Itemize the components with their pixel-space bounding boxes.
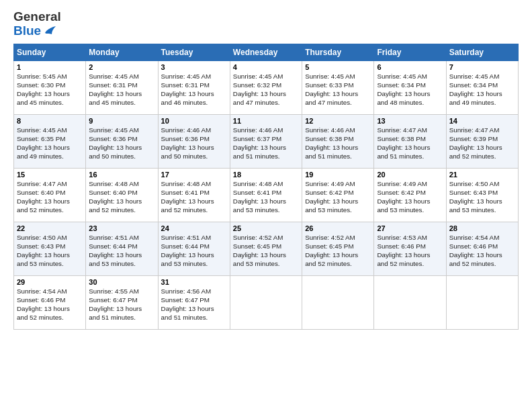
- day-info: Sunrise: 4:56 AMSunset: 6:47 PMDaylight:…: [161, 287, 214, 322]
- day-number: 21: [449, 171, 515, 179]
- day-info: Sunrise: 4:50 AMSunset: 6:43 PMDaylight:…: [17, 234, 70, 268]
- day-number: 27: [377, 224, 443, 232]
- day-number: 18: [233, 171, 299, 179]
- calendar-cell: 21 Sunrise: 4:50 AMSunset: 6:43 PMDaylig…: [446, 168, 518, 222]
- calendar-cell: 14 Sunrise: 4:47 AMSunset: 6:39 PMDaylig…: [446, 114, 518, 168]
- day-info: Sunrise: 4:45 AMSunset: 6:32 PMDaylight:…: [233, 73, 286, 107]
- logo: General Blue: [13, 10, 61, 38]
- day-number: 12: [305, 117, 371, 125]
- day-number: 22: [17, 224, 83, 232]
- day-number: 25: [233, 224, 299, 232]
- day-info: Sunrise: 4:49 AMSunset: 6:42 PMDaylight:…: [305, 180, 358, 214]
- day-number: 30: [89, 278, 154, 286]
- logo-blue: Blue: [13, 24, 41, 38]
- day-number: 31: [161, 278, 227, 286]
- day-info: Sunrise: 4:46 AMSunset: 6:36 PMDaylight:…: [161, 126, 214, 161]
- calendar-cell: 30 Sunrise: 4:55 AMSunset: 6:47 PMDaylig…: [86, 275, 158, 329]
- day-number: 4: [233, 63, 299, 71]
- calendar-cell: [302, 275, 374, 329]
- calendar-cell: 12 Sunrise: 4:46 AMSunset: 6:38 PMDaylig…: [302, 114, 374, 168]
- day-number: 15: [17, 171, 83, 179]
- logo-bird-icon: [42, 25, 57, 36]
- day-info: Sunrise: 4:54 AMSunset: 6:46 PMDaylight:…: [17, 287, 70, 322]
- calendar-cell: 10 Sunrise: 4:46 AMSunset: 6:36 PMDaylig…: [158, 114, 230, 168]
- day-header-saturday: Saturday: [446, 44, 518, 60]
- page: General Blue SundayMondayTuesdayWednesda…: [0, 0, 532, 411]
- day-info: Sunrise: 4:49 AMSunset: 6:42 PMDaylight:…: [377, 180, 430, 214]
- day-info: Sunrise: 4:46 AMSunset: 6:38 PMDaylight:…: [305, 126, 358, 161]
- calendar-cell: [446, 275, 518, 329]
- calendar-cell: 5 Sunrise: 4:45 AMSunset: 6:33 PMDayligh…: [302, 60, 374, 114]
- calendar-cell: 6 Sunrise: 4:45 AMSunset: 6:34 PMDayligh…: [374, 60, 446, 114]
- calendar-cell: 25 Sunrise: 4:52 AMSunset: 6:45 PMDaylig…: [230, 222, 302, 275]
- calendar-cell: 26 Sunrise: 4:52 AMSunset: 6:45 PMDaylig…: [302, 222, 374, 275]
- calendar-header-row: SundayMondayTuesdayWednesdayThursdayFrid…: [14, 44, 519, 60]
- day-number: 24: [161, 224, 227, 232]
- calendar-cell: 8 Sunrise: 4:45 AMSunset: 6:35 PMDayligh…: [14, 114, 86, 168]
- calendar-cell: 28 Sunrise: 4:54 AMSunset: 6:46 PMDaylig…: [446, 222, 518, 275]
- day-info: Sunrise: 4:50 AMSunset: 6:43 PMDaylight:…: [449, 180, 502, 214]
- calendar-table: SundayMondayTuesdayWednesdayThursdayFrid…: [13, 44, 519, 330]
- calendar-cell: 15 Sunrise: 4:47 AMSunset: 6:40 PMDaylig…: [14, 168, 86, 222]
- day-info: Sunrise: 4:55 AMSunset: 6:47 PMDaylight:…: [89, 287, 142, 322]
- day-info: Sunrise: 4:52 AMSunset: 6:45 PMDaylight:…: [233, 234, 286, 268]
- calendar-cell: 29 Sunrise: 4:54 AMSunset: 6:46 PMDaylig…: [14, 275, 86, 329]
- day-number: 2: [89, 63, 154, 71]
- day-info: Sunrise: 4:47 AMSunset: 6:39 PMDaylight:…: [449, 126, 502, 161]
- day-number: 23: [89, 224, 154, 232]
- day-header-tuesday: Tuesday: [158, 44, 230, 60]
- day-header-friday: Friday: [374, 44, 446, 60]
- day-info: Sunrise: 5:45 AMSunset: 6:30 PMDaylight:…: [17, 73, 70, 107]
- header: General Blue: [13, 10, 519, 38]
- day-info: Sunrise: 4:47 AMSunset: 6:38 PMDaylight:…: [377, 126, 430, 161]
- day-number: 20: [377, 171, 443, 179]
- day-info: Sunrise: 4:45 AMSunset: 6:34 PMDaylight:…: [449, 73, 502, 107]
- calendar-cell: 24 Sunrise: 4:51 AMSunset: 6:44 PMDaylig…: [158, 222, 230, 275]
- day-info: Sunrise: 4:51 AMSunset: 6:44 PMDaylight:…: [89, 234, 142, 268]
- day-info: Sunrise: 4:45 AMSunset: 6:31 PMDaylight:…: [161, 73, 214, 107]
- day-info: Sunrise: 4:46 AMSunset: 6:37 PMDaylight:…: [233, 126, 286, 161]
- calendar-cell: 19 Sunrise: 4:49 AMSunset: 6:42 PMDaylig…: [302, 168, 374, 222]
- logo-general: General: [13, 10, 61, 24]
- day-info: Sunrise: 4:54 AMSunset: 6:46 PMDaylight:…: [449, 234, 502, 268]
- day-number: 1: [17, 63, 83, 71]
- calendar-cell: 23 Sunrise: 4:51 AMSunset: 6:44 PMDaylig…: [86, 222, 158, 275]
- day-header-thursday: Thursday: [302, 44, 374, 60]
- day-header-wednesday: Wednesday: [230, 44, 302, 60]
- day-number: 6: [377, 63, 443, 71]
- day-info: Sunrise: 4:45 AMSunset: 6:36 PMDaylight:…: [89, 126, 142, 161]
- calendar-week-2: 8 Sunrise: 4:45 AMSunset: 6:35 PMDayligh…: [14, 114, 519, 168]
- day-number: 3: [161, 63, 227, 71]
- calendar-cell: [374, 275, 446, 329]
- calendar-cell: 17 Sunrise: 4:48 AMSunset: 6:41 PMDaylig…: [158, 168, 230, 222]
- calendar-body: 1 Sunrise: 5:45 AMSunset: 6:30 PMDayligh…: [14, 60, 519, 329]
- calendar-week-3: 15 Sunrise: 4:47 AMSunset: 6:40 PMDaylig…: [14, 168, 519, 222]
- calendar-cell: 11 Sunrise: 4:46 AMSunset: 6:37 PMDaylig…: [230, 114, 302, 168]
- day-info: Sunrise: 4:47 AMSunset: 6:40 PMDaylight:…: [17, 180, 70, 214]
- calendar-cell: 9 Sunrise: 4:45 AMSunset: 6:36 PMDayligh…: [86, 114, 158, 168]
- day-number: 26: [305, 224, 371, 232]
- day-number: 9: [89, 117, 154, 125]
- day-info: Sunrise: 4:45 AMSunset: 6:35 PMDaylight:…: [17, 126, 70, 161]
- calendar-cell: 20 Sunrise: 4:49 AMSunset: 6:42 PMDaylig…: [374, 168, 446, 222]
- day-number: 16: [89, 171, 154, 179]
- day-number: 10: [161, 117, 227, 125]
- calendar-cell: 3 Sunrise: 4:45 AMSunset: 6:31 PMDayligh…: [158, 60, 230, 114]
- day-header-monday: Monday: [86, 44, 158, 60]
- calendar-week-1: 1 Sunrise: 5:45 AMSunset: 6:30 PMDayligh…: [14, 60, 519, 114]
- day-number: 5: [305, 63, 371, 71]
- calendar-week-5: 29 Sunrise: 4:54 AMSunset: 6:46 PMDaylig…: [14, 275, 519, 329]
- calendar-cell: 18 Sunrise: 4:48 AMSunset: 6:41 PMDaylig…: [230, 168, 302, 222]
- calendar-cell: 2 Sunrise: 4:45 AMSunset: 6:31 PMDayligh…: [86, 60, 158, 114]
- calendar-cell: 31 Sunrise: 4:56 AMSunset: 6:47 PMDaylig…: [158, 275, 230, 329]
- day-info: Sunrise: 4:45 AMSunset: 6:31 PMDaylight:…: [89, 73, 142, 107]
- day-number: 17: [161, 171, 227, 179]
- calendar-cell: 27 Sunrise: 4:53 AMSunset: 6:46 PMDaylig…: [374, 222, 446, 275]
- day-number: 28: [449, 224, 515, 232]
- day-number: 8: [17, 117, 83, 125]
- day-number: 19: [305, 171, 371, 179]
- day-info: Sunrise: 4:45 AMSunset: 6:34 PMDaylight:…: [377, 73, 430, 107]
- calendar-cell: 16 Sunrise: 4:48 AMSunset: 6:40 PMDaylig…: [86, 168, 158, 222]
- calendar-week-4: 22 Sunrise: 4:50 AMSunset: 6:43 PMDaylig…: [14, 222, 519, 275]
- day-info: Sunrise: 4:48 AMSunset: 6:41 PMDaylight:…: [233, 180, 286, 214]
